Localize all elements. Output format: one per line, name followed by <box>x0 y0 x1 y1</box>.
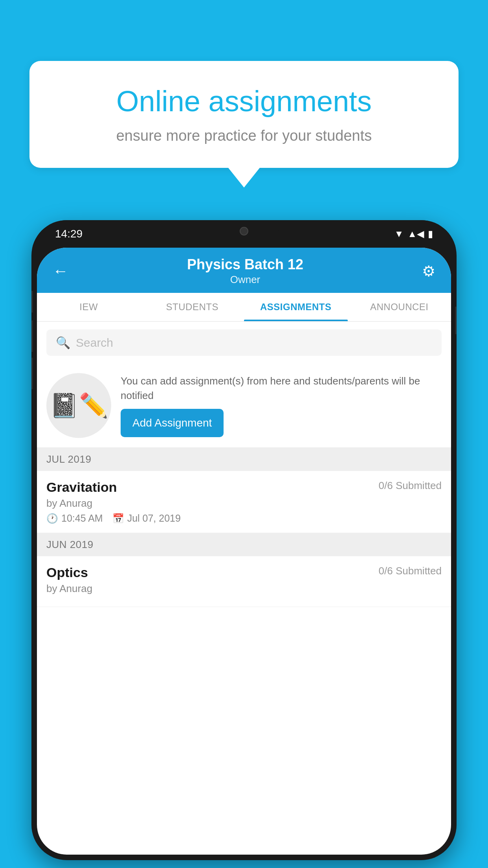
signal-icon: ▲◀ <box>407 228 424 239</box>
assignment-author-optics: by Anurag <box>46 583 442 595</box>
assignment-date-gravitation: 📅 Jul 07, 2019 <box>112 513 181 524</box>
section-header-jun: JUN 2019 <box>37 533 451 556</box>
header-title: Physics Batch 12 <box>187 256 303 273</box>
assignment-top-row: Gravitation 0/6 Submitted <box>46 480 442 495</box>
speech-bubble-title: Online assignments <box>57 85 431 118</box>
add-assignment-button[interactable]: Add Assignment <box>121 409 224 437</box>
phone-volume-up-button <box>31 291 33 313</box>
assignment-name-gravitation: Gravitation <box>46 480 117 495</box>
phone-camera <box>240 227 248 235</box>
section-header-jul: JUL 2019 <box>37 448 451 471</box>
battery-icon: ▮ <box>428 228 433 239</box>
tab-assignments[interactable]: ASSIGNMENTS <box>244 293 348 321</box>
clock-icon: 🕐 <box>46 513 58 524</box>
promo-content: You can add assignment(s) from here and … <box>121 374 442 437</box>
promo-icon-circle: 📓✏️ <box>46 373 111 438</box>
phone-silent-button <box>31 358 33 389</box>
back-button[interactable]: ← <box>53 262 68 280</box>
promo-section: 📓✏️ You can add assignment(s) from here … <box>37 364 451 448</box>
tab-bar: IEW STUDENTS ASSIGNMENTS ANNOUNCEI <box>37 293 451 322</box>
assignment-author-gravitation: by Anurag <box>46 497 442 509</box>
search-container: 🔍 Search <box>37 322 451 364</box>
assignment-submitted-optics: 0/6 Submitted <box>379 565 442 577</box>
status-time: 14:29 <box>55 228 83 240</box>
status-bar: 14:29 ▼ ▲◀ ▮ <box>31 220 457 248</box>
calendar-icon: 📅 <box>112 513 124 524</box>
assignment-meta-gravitation: 🕐 10:45 AM 📅 Jul 07, 2019 <box>46 513 442 524</box>
assignment-time-gravitation: 🕐 10:45 AM <box>46 513 103 524</box>
search-bar[interactable]: 🔍 Search <box>46 329 442 356</box>
wifi-icon: ▼ <box>394 228 404 239</box>
tab-iew[interactable]: IEW <box>37 293 141 321</box>
status-icons: ▼ ▲◀ ▮ <box>394 228 433 239</box>
speech-bubble-container: Online assignments ensure more practice … <box>29 61 459 188</box>
content-area: 🔍 Search 📓✏️ You can add assignment(s) f… <box>37 322 451 855</box>
settings-button[interactable]: ⚙ <box>422 263 435 280</box>
assignment-top-row-optics: Optics 0/6 Submitted <box>46 565 442 580</box>
speech-bubble-arrow <box>228 168 260 188</box>
header-title-block: Physics Batch 12 Owner <box>187 256 303 286</box>
phone-screen: ← Physics Batch 12 Owner ⚙ IEW STUDENTS … <box>37 248 451 855</box>
phone-power-button <box>455 307 457 334</box>
assignment-name-optics: Optics <box>46 565 88 580</box>
assignment-item-gravitation[interactable]: Gravitation 0/6 Submitted by Anurag 🕐 10… <box>37 471 451 533</box>
phone-volume-down-button <box>31 320 33 352</box>
assignment-item-optics[interactable]: Optics 0/6 Submitted by Anurag <box>37 556 451 607</box>
tab-announcements[interactable]: ANNOUNCEI <box>348 293 451 321</box>
section-header-jun-text: JUN 2019 <box>46 539 94 550</box>
promo-text: You can add assignment(s) from here and … <box>121 374 442 403</box>
assignment-submitted-gravitation: 0/6 Submitted <box>379 480 442 492</box>
notebook-icon: 📓✏️ <box>50 392 108 419</box>
tab-students[interactable]: STUDENTS <box>141 293 244 321</box>
speech-bubble-subtitle: ensure more practice for your students <box>57 127 431 144</box>
phone-notch <box>209 220 279 242</box>
header-subtitle: Owner <box>187 274 303 286</box>
search-placeholder: Search <box>76 336 113 349</box>
search-icon: 🔍 <box>56 336 70 349</box>
section-header-jul-text: JUL 2019 <box>46 453 91 465</box>
app-header: ← Physics Batch 12 Owner ⚙ <box>37 248 451 293</box>
phone-frame: 14:29 ▼ ▲◀ ▮ ← Physics Batch 12 Owner ⚙ … <box>31 220 457 860</box>
speech-bubble: Online assignments ensure more practice … <box>29 61 459 168</box>
